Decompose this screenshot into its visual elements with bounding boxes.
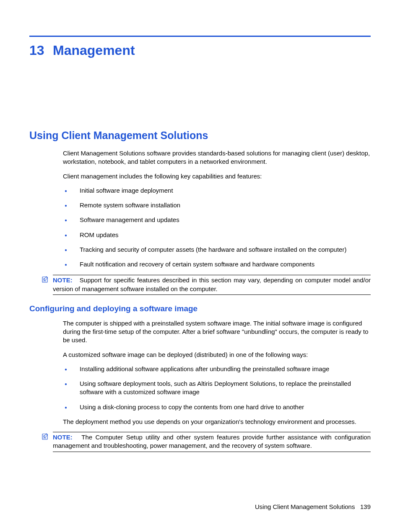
- paragraph: The computer is shipped with a preinstal…: [63, 319, 371, 345]
- list-item: Remote system software installation: [63, 201, 371, 209]
- section2-body: The computer is shipped with a preinstal…: [63, 319, 371, 426]
- paragraph: A customized software image can be deplo…: [63, 351, 371, 359]
- page-footer: Using Client Management Solutions 139: [255, 503, 371, 510]
- bullet-list: Installing additional software applicati…: [63, 365, 371, 411]
- section1-body: Client Management Solutions software pro…: [63, 149, 371, 269]
- subsection-heading: Configuring and deploying a software ima…: [29, 304, 371, 313]
- note-label: NOTE:: [53, 276, 73, 284]
- list-item: Using a disk-cloning process to copy the…: [63, 403, 371, 411]
- chapter-title: Management: [53, 43, 135, 58]
- list-item: Fault notification and recovery of certa…: [63, 260, 371, 269]
- note-block: NOTE: Support for specific features desc…: [53, 275, 371, 295]
- chapter-number: 13: [29, 43, 53, 58]
- section-heading: Using Client Management Solutions: [29, 129, 371, 142]
- list-item: Initial software image deployment: [63, 186, 371, 195]
- note-text: Support for specific features described …: [53, 276, 371, 292]
- note-text: The Computer Setup utility and other sys…: [53, 434, 371, 449]
- paragraph: Client Management Solutions software pro…: [63, 149, 371, 166]
- note-label: NOTE:: [53, 434, 73, 441]
- list-item: Tracking and security of computer assets…: [63, 245, 371, 254]
- chapter-heading: 13 Management: [29, 43, 371, 58]
- note-icon: [42, 433, 49, 442]
- bullet-list: Initial software image deployment Remote…: [63, 186, 371, 269]
- list-item: Installing additional software applicati…: [63, 365, 371, 373]
- list-item: Software management and updates: [63, 216, 371, 224]
- list-item: ROM updates: [63, 231, 371, 239]
- paragraph: The deployment method you use depends on…: [63, 418, 371, 426]
- paragraph: Client management includes the following…: [63, 172, 371, 181]
- note-block: NOTE: The Computer Setup utility and oth…: [53, 432, 371, 452]
- list-item: Using software deployment tools, such as…: [63, 380, 371, 397]
- page-number: 139: [360, 503, 371, 510]
- footer-text: Using Client Management Solutions: [255, 503, 355, 510]
- note-icon: [42, 276, 49, 285]
- top-rule: [29, 36, 371, 37]
